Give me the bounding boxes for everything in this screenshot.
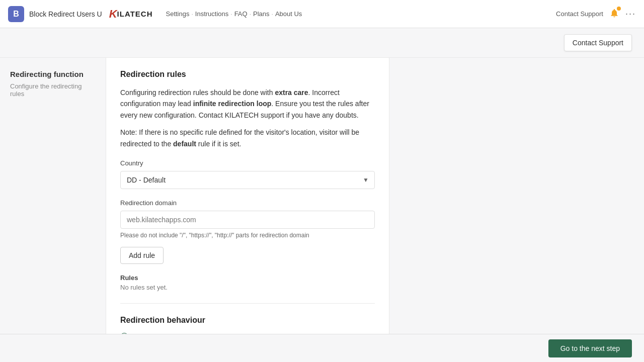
warning-text: Configuring redirection rules should be … <box>120 87 375 121</box>
nav-instructions[interactable]: Instructions <box>195 10 228 18</box>
nav-sep-4: · <box>272 11 273 18</box>
center-panel: Redirection rules Configuring redirectio… <box>106 58 389 362</box>
next-step-button[interactable]: Go to the next step <box>548 339 632 357</box>
left-panel-title: Redirecting function <box>10 70 96 78</box>
behaviour-section-title: Redirection behaviour <box>120 316 375 325</box>
rules-label: Rules <box>120 274 375 282</box>
nav-about-us[interactable]: About Us <box>275 10 302 18</box>
nav-faq[interactable]: FAQ <box>234 10 248 18</box>
section-divider <box>120 303 375 304</box>
input-hint: Please do not include "/", "https://", "… <box>120 232 375 239</box>
bell-icon-wrapper[interactable] <box>609 8 619 20</box>
redirection-domain-input[interactable] <box>120 211 375 229</box>
nav-sep-2: · <box>230 11 232 18</box>
app-icon: B <box>8 6 24 22</box>
note-text: Note: If there is no specific rule defin… <box>120 127 375 149</box>
note-part2: rule if it is set. <box>196 140 241 148</box>
kilatech-logo-text: ILATECH <box>117 10 153 18</box>
country-select-wrapper: DD - Default ▼ <box>120 171 375 189</box>
footer-bar: Go to the next step <box>0 334 644 362</box>
warning-part1: Configuring redirection rules should be … <box>120 88 275 97</box>
main-content: Redirecting function Configure the redir… <box>0 58 644 362</box>
warning-bold2: infinite redirection loop <box>193 100 272 108</box>
rules-section: Rules No rules set yet. <box>120 274 375 291</box>
top-bar-right: Contact Support ··· <box>556 8 636 20</box>
warning-bold1: extra care <box>275 88 308 97</box>
top-bar-left: B Block Redirect Users U K ILATECH Setti… <box>8 6 302 22</box>
app-title: Block Redirect Users U <box>29 10 102 18</box>
contact-support-button[interactable]: Contact Support <box>564 34 632 51</box>
add-rule-button[interactable]: Add rule <box>120 247 164 264</box>
nav-plans[interactable]: Plans <box>253 10 270 18</box>
country-label: Country <box>120 159 375 167</box>
nav-links: Settings · Instructions · FAQ · Plans · … <box>166 10 302 18</box>
more-options-icon[interactable]: ··· <box>625 9 636 19</box>
top-bar: B Block Redirect Users U K ILATECH Setti… <box>0 0 644 28</box>
nav-sep-1: · <box>191 11 193 18</box>
nav-settings[interactable]: Settings <box>166 10 189 18</box>
redirection-domain-label: Redirection domain <box>120 199 375 207</box>
kilatech-k-letter: K <box>109 9 117 20</box>
nav-sep-3: · <box>250 11 251 18</box>
left-panel: Redirecting function Configure the redir… <box>0 58 106 362</box>
left-panel-description: Configure the redirecting rules <box>10 82 96 98</box>
no-rules-text: No rules set yet. <box>120 284 375 291</box>
right-panel <box>389 58 644 362</box>
bell-badge <box>617 7 621 11</box>
kilatech-logo: K ILATECH <box>109 9 153 20</box>
sub-bar: Contact Support <box>0 28 644 58</box>
section-title: Redirection rules <box>120 70 375 79</box>
country-select[interactable]: DD - Default <box>120 171 375 189</box>
contact-support-link[interactable]: Contact Support <box>556 10 603 18</box>
note-bold: default <box>173 140 196 148</box>
